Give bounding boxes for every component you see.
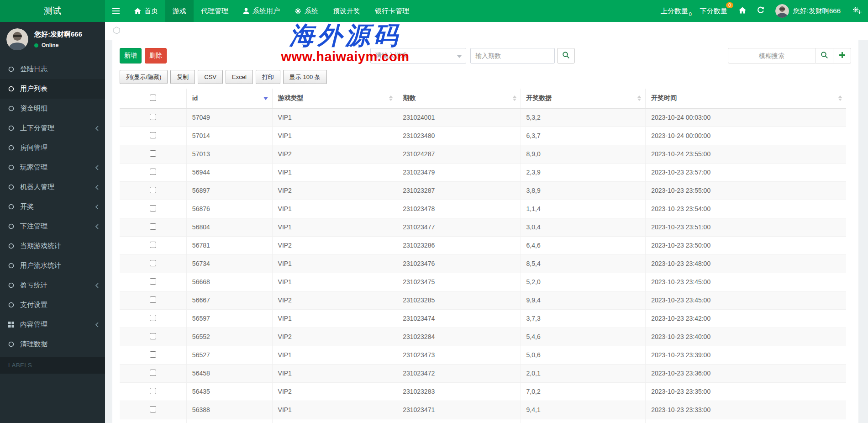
sidebar-item[interactable]: 清理数据: [0, 334, 105, 354]
row-checkbox[interactable]: [150, 370, 156, 376]
row-checkbox[interactable]: [150, 315, 156, 321]
cell-id: 56597: [186, 309, 272, 328]
sidebar-item[interactable]: 盈亏统计: [0, 275, 105, 295]
topbar-right: 上分数量 0 下分数量 0 您好:发财啊666: [655, 0, 868, 22]
cell-issue: 231023470: [397, 419, 521, 423]
top-nav-item[interactable]: 游戏: [165, 0, 194, 22]
sidebar-item[interactable]: 下注管理: [0, 217, 105, 236]
settings-button[interactable]: [846, 0, 868, 22]
column-header-label: 期数: [403, 94, 416, 101]
sidebar-item[interactable]: 房间管理: [0, 138, 105, 158]
add-button[interactable]: 新增: [120, 48, 142, 63]
datatable-button[interactable]: Excel: [226, 70, 253, 84]
game-select[interactable]: 请输入游戏: [370, 48, 466, 63]
row-checkbox[interactable]: [150, 114, 156, 120]
circle-icon: [8, 106, 20, 111]
row-select-cell: [120, 108, 186, 127]
select-all-checkbox[interactable]: [150, 95, 156, 101]
column-header-期数[interactable]: 期数: [397, 89, 521, 108]
column-header-游戏类型[interactable]: 游戏类型: [272, 89, 397, 108]
sidebar-item[interactable]: 当期游戏统计: [0, 236, 105, 256]
row-checkbox[interactable]: [150, 169, 156, 175]
up-score-link[interactable]: 上分数量 0: [655, 0, 694, 22]
user-menu[interactable]: 您好:发财啊666: [770, 0, 846, 22]
cell-result: 1,1,4: [521, 200, 646, 218]
top-nav-item[interactable]: 预设开奖: [326, 0, 368, 22]
issue-input[interactable]: [470, 48, 555, 63]
row-select-cell: [120, 309, 186, 328]
row-select-cell: [120, 346, 186, 364]
sidebar-item[interactable]: 登陆日志: [0, 59, 105, 79]
datatable-button[interactable]: 列(显示/隐藏): [120, 70, 168, 84]
row-checkbox[interactable]: [150, 333, 156, 339]
circle-icon: [8, 204, 20, 210]
cell-type: VIP1: [272, 218, 397, 236]
cell-type: VIP2: [272, 181, 397, 200]
refresh-button[interactable]: [752, 0, 770, 22]
delete-button[interactable]: 删除: [145, 48, 167, 63]
column-header-id[interactable]: id: [186, 89, 272, 108]
top-nav-item-label: 游戏: [173, 7, 186, 16]
cell-type: VIP2: [272, 236, 397, 254]
datatable-button[interactable]: 显示 100 条: [283, 70, 327, 84]
cell-id: 56876: [186, 200, 272, 218]
down-score-link[interactable]: 下分数量 0: [694, 0, 733, 22]
fuzzy-search-button[interactable]: [815, 48, 833, 63]
sidebar-item[interactable]: 开奖: [0, 197, 105, 217]
row-select-cell: [120, 254, 186, 273]
table-row: 56944VIP12310234792,3,92023-10-23 23:57:…: [120, 163, 846, 181]
row-checkbox[interactable]: [150, 187, 156, 193]
row-select-cell: [120, 236, 186, 254]
add-row-button[interactable]: [833, 48, 851, 63]
datatable-button[interactable]: CSV: [198, 70, 223, 84]
sidebar-item[interactable]: 上下分管理: [0, 118, 105, 138]
top-nav-item[interactable]: 首页: [127, 0, 165, 22]
row-checkbox[interactable]: [150, 205, 156, 212]
top-nav-item[interactable]: 代理管理: [194, 0, 236, 22]
row-checkbox[interactable]: [150, 223, 156, 230]
sidebar-item[interactable]: 用户列表: [0, 79, 105, 99]
sidebar-item[interactable]: 玩家管理: [0, 158, 105, 177]
column-header-开奖时间[interactable]: 开奖时间: [646, 89, 846, 108]
sidebar-item-label: 盈亏统计: [20, 281, 47, 290]
row-checkbox[interactable]: [150, 132, 156, 138]
sidebar-toggle-button[interactable]: [105, 0, 127, 22]
row-checkbox[interactable]: [150, 388, 156, 394]
sidebar-item[interactable]: 用户流水统计: [0, 256, 105, 275]
table-row: 56734VIP12310234768,5,42023-10-23 23:48:…: [120, 254, 846, 273]
row-checkbox[interactable]: [150, 296, 156, 303]
cell-result: 8,9,0: [521, 145, 646, 163]
cell-result: 2,3,9: [521, 163, 646, 181]
cell-issue: 231023478: [397, 200, 521, 218]
row-checkbox[interactable]: [150, 278, 156, 285]
row-checkbox[interactable]: [150, 406, 156, 412]
fuzzy-search-input[interactable]: [728, 48, 815, 63]
row-checkbox[interactable]: [150, 260, 156, 266]
cell-id: 56388: [186, 401, 272, 419]
row-checkbox[interactable]: [150, 150, 156, 157]
sidebar-item[interactable]: 支付设置: [0, 295, 105, 315]
cell-result: 5,3,2: [521, 108, 646, 127]
cell-result: 2,0,1: [521, 364, 646, 382]
row-checkbox[interactable]: [150, 242, 156, 248]
datatable-button[interactable]: 复制: [170, 70, 195, 84]
cell-issue: 231023480: [397, 127, 521, 145]
search-button[interactable]: [557, 48, 575, 63]
sidebar-item[interactable]: 内容管理: [0, 315, 105, 334]
table-row: 56876VIP12310234781,1,42023-10-23 23:54:…: [120, 200, 846, 218]
column-header-开奖数据[interactable]: 开奖数据: [521, 89, 646, 108]
home-button[interactable]: [733, 0, 752, 22]
top-nav-item-label: 预设开奖: [333, 7, 360, 16]
top-nav-item-label: 银行卡管理: [375, 7, 409, 16]
sidebar-item[interactable]: 机器人管理: [0, 177, 105, 197]
brand-title[interactable]: 测试: [0, 0, 105, 22]
row-checkbox[interactable]: [150, 351, 156, 358]
top-nav-item[interactable]: 银行卡管理: [368, 0, 416, 22]
top-nav-item[interactable]: 系统: [287, 0, 326, 22]
refresh-icon: [757, 6, 764, 16]
top-nav-item[interactable]: 系统用户: [236, 0, 287, 22]
table-row: 57013VIP22310242878,9,02023-10-24 23:55:…: [120, 145, 846, 163]
sidebar-item[interactable]: 资金明细: [0, 99, 105, 118]
chevron-left-icon: [95, 126, 99, 131]
datatable-button[interactable]: 打印: [256, 70, 280, 84]
